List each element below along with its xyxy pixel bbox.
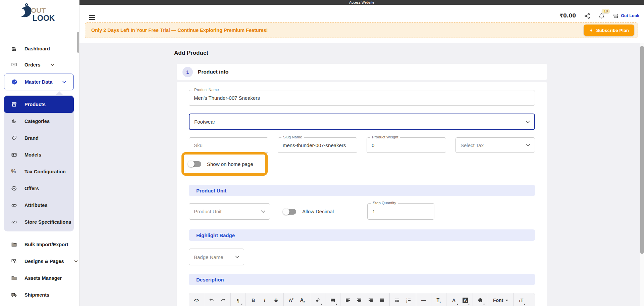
editor-subscript-button[interactable]: A2 — [297, 293, 308, 306]
toolbar-group — [473, 293, 488, 306]
page-title: Add Product — [174, 50, 208, 56]
editor-horizontal-rule-button[interactable]: — — [418, 293, 429, 306]
product-info-form: Product Name Men's Thunder-007 Sneakers … — [177, 82, 547, 306]
badge-name-placeholder: Badge Name — [194, 254, 223, 260]
toolbar-group: ¶ — [231, 293, 246, 306]
description-section-title: Description — [196, 277, 224, 282]
sidebar-item-brand[interactable]: Brand — [4, 130, 74, 146]
sidebar-item-designs-pages[interactable]: Designs & Pages — [0, 253, 79, 269]
editor-bold-button[interactable]: B — [248, 293, 259, 306]
toolbar-group: — — [416, 293, 431, 306]
toolbar-group: AA — [446, 293, 473, 306]
sidebar-item-dashboard[interactable]: Dashboard — [0, 41, 79, 57]
sidebar: OUT LOOK DashboardOrdersMaster Data Prod… — [0, 0, 79, 306]
editor-ordered-list-button[interactable]: 123 — [403, 293, 414, 306]
store-specs-icon — [11, 219, 17, 225]
notifications-button[interactable]: 18 — [598, 12, 605, 19]
editor-strikethrough-button[interactable]: S — [270, 293, 282, 306]
store-button-label: Out Look — [621, 13, 639, 18]
sidebar-item-products[interactable]: Products — [4, 96, 74, 113]
app-logo: OUT LOOK — [0, 0, 79, 35]
toolbar-group: Tx — [431, 293, 446, 306]
editor-unordered-list-button[interactable] — [391, 293, 403, 306]
sidebar-item-label: Categories — [24, 119, 50, 124]
slug-name-field[interactable]: Slug Name mens-thunder-007-sneakers — [278, 137, 357, 153]
sidebar-scrollbar-thumb[interactable] — [77, 32, 79, 53]
share-icon[interactable] — [584, 13, 590, 19]
sku-field[interactable]: Sku — [189, 137, 268, 153]
editor-undo-button[interactable] — [206, 293, 217, 306]
allow-decimal-label: Allow Decimal — [302, 209, 334, 214]
product-name-field[interactable]: Product Name Men's Thunder-007 Sneakers — [189, 90, 535, 106]
sidebar-item-offers[interactable]: Offers — [4, 180, 74, 197]
sidebar-item-label: Master Data — [25, 79, 52, 85]
tax-select[interactable]: Select Tax — [455, 137, 535, 153]
category-value: Footwear — [194, 119, 215, 125]
sidebar-item-categories[interactable]: Categories — [4, 113, 74, 130]
category-select[interactable]: Footwear — [189, 114, 535, 130]
chevron-down-icon — [235, 256, 239, 259]
sidebar-item-assets-manager[interactable]: Assets Manager — [0, 270, 79, 286]
sidebar-item-tax-configuration[interactable]: %Tax Configuration — [4, 163, 74, 180]
editor-image-button[interactable] — [327, 293, 338, 306]
sku-placeholder: Sku — [194, 142, 203, 148]
sidebar-item-master-data[interactable]: Master Data — [4, 74, 73, 90]
step-quantity-field[interactable]: Step Quantity 1 — [367, 203, 434, 220]
editor-align-left-button[interactable] — [342, 293, 354, 306]
editor-align-right-button[interactable] — [365, 293, 376, 306]
header-actions: ₹0.00 18 Out Look — [559, 11, 639, 21]
show-on-home-toggle[interactable] — [188, 160, 203, 168]
editor-italic-button[interactable]: I — [259, 293, 270, 306]
sidebar-item-label: Models — [24, 152, 41, 158]
toolbar-group — [310, 293, 325, 306]
sidebar-item-orders[interactable]: Orders — [0, 57, 79, 73]
editor-font-size-button[interactable]: TT — [515, 293, 527, 306]
editor-redo-button[interactable] — [217, 293, 229, 306]
chevron-down-icon — [261, 210, 265, 213]
shipments-icon — [11, 292, 17, 298]
svg-text:3: 3 — [406, 301, 407, 303]
sidebar-item-label: Tax Configuration — [24, 169, 66, 174]
toolbar-group — [340, 293, 390, 306]
badge-name-select[interactable]: Badge Name — [189, 249, 244, 265]
store-button[interactable]: Out Look — [613, 13, 639, 19]
editor-clear-format-button[interactable]: Tx — [433, 293, 444, 306]
sidebar-item-label: Shipments — [24, 292, 49, 298]
bell-icon — [598, 12, 605, 19]
sidebar-item-shipments[interactable]: Shipments — [0, 287, 79, 303]
editor-align-justify-button[interactable] — [376, 293, 388, 306]
sidebar-item-models[interactable]: Models — [4, 146, 74, 163]
caret-down-icon — [483, 304, 485, 305]
subscribe-plan-button[interactable]: Subscribe Plan — [584, 25, 634, 36]
product-weight-field[interactable]: Product Weight 0 — [367, 137, 446, 153]
orders-icon — [11, 62, 17, 68]
editor-highlight-color-button[interactable]: A — [460, 293, 471, 306]
editor-link-button[interactable] — [312, 293, 323, 306]
highlight-badge-section-title: Highlight Badge — [196, 232, 235, 238]
editor-font-color-button[interactable]: A — [448, 293, 460, 306]
sidebar-item-attributes[interactable]: Attributes — [4, 197, 74, 214]
editor-align-center-button[interactable] — [354, 293, 365, 306]
sidebar-item-label: Assets Manager — [24, 275, 62, 281]
active-nav-outline: Master Data — [4, 74, 74, 90]
allow-decimal-toggle[interactable] — [283, 208, 298, 216]
highlight-badge-section-header: Highlight Badge — [189, 229, 535, 241]
toolbar-group: BIS — [246, 293, 284, 306]
caret-down-icon — [241, 304, 243, 305]
sidebar-item-bulk-import-export[interactable]: Bulk Import/Export — [0, 236, 79, 253]
editor-font-family-button[interactable]: Font — [490, 293, 512, 306]
editor-superscript-button[interactable]: A2 — [285, 293, 297, 306]
tax-icon: % — [11, 169, 17, 175]
hamburger-menu-button[interactable] — [89, 15, 95, 20]
show-on-home-label: Show on home page — [207, 161, 253, 167]
editor-emoji-button[interactable] — [475, 293, 486, 306]
access-website-bar[interactable]: Access Website — [79, 0, 644, 5]
main-scrollbar-thumb[interactable] — [640, 46, 644, 254]
editor-paragraph-style-button[interactable]: ¶ — [232, 293, 244, 306]
editor-code-view-button[interactable]: <> — [191, 293, 202, 306]
product-unit-select[interactable]: Product Unit — [189, 203, 270, 220]
toolbar-group: 123 — [390, 293, 416, 306]
toolbar-group: A2A2 — [284, 293, 310, 306]
sidebar-item-store-specifications[interactable]: Store Specifications — [4, 214, 74, 230]
folder-icon — [11, 242, 17, 248]
